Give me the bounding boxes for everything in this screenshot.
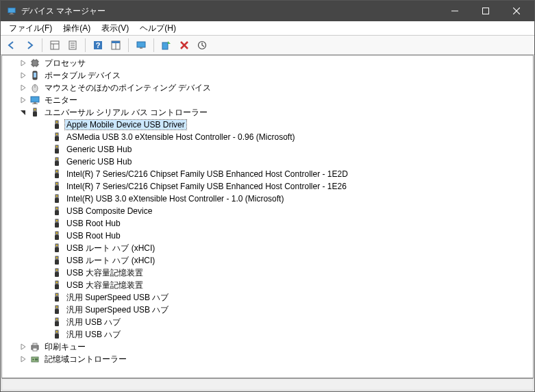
svg-rect-60	[57, 158, 58, 160]
close-button[interactable]	[501, 1, 532, 21]
svg-rect-103	[56, 294, 57, 295]
view-button[interactable]	[47, 37, 63, 53]
columns-button[interactable]	[108, 37, 124, 53]
help-button[interactable]: ?	[90, 37, 106, 53]
svg-rect-89	[55, 256, 58, 260]
remove-button[interactable]	[176, 37, 192, 53]
menu-action[interactable]: 操作(A)	[58, 21, 96, 36]
storage-icon	[29, 354, 40, 365]
svg-rect-49	[55, 133, 58, 136]
category-label: プロセッサ	[43, 58, 87, 69]
tree-device[interactable]: 汎用 USB ハブ	[2, 328, 533, 341]
svg-rect-56	[57, 146, 58, 147]
tree-device[interactable]: 汎用 USB ハブ	[2, 316, 533, 328]
menu-view[interactable]: 表示(V)	[96, 21, 134, 36]
svg-rect-66	[55, 186, 59, 191]
tree-device[interactable]: 汎用 SuperSpeed USB ハブ	[2, 291, 533, 304]
device-label: 汎用 USB ハブ	[65, 329, 122, 341]
maximize-button[interactable]	[470, 1, 501, 21]
tree-device[interactable]: Intel(R) 7 Series/C216 Chipset Family US…	[2, 168, 533, 180]
monitor-button[interactable]	[133, 37, 149, 53]
tree-category[interactable]: 記憶域コントローラー	[2, 353, 533, 365]
tree-device[interactable]: USB 大容量記憶装置	[2, 267, 533, 279]
scan-button[interactable]	[158, 37, 175, 53]
tree-category[interactable]: モニター	[2, 94, 533, 106]
device-tree-panel[interactable]: プロセッサポータブル デバイスマウスとそのほかのポインティング デバイスモニター…	[1, 55, 534, 378]
usb-icon	[51, 132, 62, 143]
svg-rect-82	[55, 235, 59, 240]
device-label: 汎用 USB ハブ	[65, 317, 122, 328]
tree-device[interactable]: USB Root Hub	[2, 217, 533, 230]
tree-device[interactable]: Intel(R) 7 Series/C216 Chipset Family US…	[2, 180, 533, 193]
svg-rect-7	[51, 41, 59, 49]
svg-rect-116	[57, 331, 58, 332]
expander-icon[interactable]	[18, 58, 28, 68]
expander-spacer	[40, 317, 50, 327]
tree-category[interactable]: マウスとそのほかのポインティング デバイス	[2, 82, 533, 94]
menu-file[interactable]: ファイル(F)	[3, 21, 58, 36]
expander-icon[interactable]	[18, 71, 28, 80]
expander-icon[interactable]	[18, 108, 28, 117]
tree-device[interactable]: USB ルート ハブ (xHCI)	[2, 254, 533, 267]
minimize-button[interactable]	[439, 1, 470, 21]
expander-spacer	[40, 243, 50, 253]
device-tree: プロセッサポータブル デバイスマウスとそのほかのポインティング デバイスモニター…	[2, 56, 533, 367]
tree-category[interactable]: ポータブル デバイス	[2, 69, 533, 82]
expander-icon[interactable]	[18, 95, 28, 105]
svg-rect-80	[57, 220, 58, 221]
tree-device[interactable]: ASMedia USB 3.0 eXtensible Host Controll…	[2, 131, 533, 143]
category-label: 記憶域コントローラー	[43, 354, 128, 365]
svg-rect-79	[56, 220, 57, 221]
svg-rect-57	[55, 158, 58, 161]
tree-device[interactable]: Generic USB Hub	[2, 156, 533, 168]
forward-button[interactable]	[21, 37, 38, 53]
tree-device[interactable]: USB Composite Device	[2, 205, 533, 217]
svg-rect-69	[55, 195, 58, 198]
svg-rect-2	[10, 14, 14, 14]
device-label: USB Root Hub	[65, 219, 122, 228]
tree-device[interactable]: Apple Mobile Device USB Driver	[2, 119, 533, 131]
svg-rect-38	[31, 97, 39, 102]
svg-rect-106	[55, 309, 59, 314]
tree-device[interactable]: 汎用 SuperSpeed USB ハブ	[2, 304, 533, 316]
tree-device[interactable]: USB ルート ハブ (xHCI)	[2, 242, 533, 254]
svg-rect-96	[57, 269, 58, 271]
svg-rect-88	[57, 245, 58, 246]
expander-spacer	[40, 182, 50, 191]
toolbar-separator	[42, 38, 42, 52]
mouse-icon	[29, 82, 40, 93]
usb-icon	[51, 218, 62, 229]
svg-rect-73	[55, 207, 58, 210]
window-controls	[439, 1, 532, 21]
expander-icon[interactable]	[18, 83, 28, 93]
tree-category[interactable]: ユニバーサル シリアル バス コントローラー	[2, 106, 533, 119]
tree-device[interactable]: USB 大容量記憶装置	[2, 279, 533, 291]
svg-text:?: ?	[96, 41, 101, 49]
expander-spacer	[40, 293, 50, 302]
back-button[interactable]	[3, 37, 20, 53]
svg-rect-21	[162, 42, 168, 49]
expander-icon[interactable]	[18, 342, 28, 352]
svg-rect-43	[34, 109, 35, 110]
tree-category[interactable]: プロセッサ	[2, 57, 533, 69]
svg-rect-95	[56, 269, 57, 271]
svg-rect-59	[56, 158, 57, 160]
svg-rect-47	[56, 121, 57, 123]
tree-device[interactable]: USB Root Hub	[2, 230, 533, 242]
svg-rect-42	[33, 112, 37, 117]
update-button[interactable]	[194, 37, 210, 53]
device-label: Intel(R) USB 3.0 eXtensible Host Control…	[65, 194, 285, 204]
expander-spacer	[40, 120, 50, 130]
svg-rect-62	[55, 173, 59, 178]
svg-rect-67	[56, 183, 57, 184]
properties-button[interactable]	[64, 37, 81, 53]
tree-category[interactable]: 印刷キュー	[2, 341, 533, 353]
app-icon	[6, 5, 17, 16]
usb-icon	[51, 304, 62, 315]
tree-device[interactable]: Intel(R) USB 3.0 eXtensible Host Control…	[2, 193, 533, 205]
svg-rect-58	[55, 161, 59, 166]
menu-help[interactable]: ヘルプ(H)	[134, 21, 182, 36]
window-title: デバイス マネージャー	[21, 5, 439, 17]
tree-device[interactable]: Generic USB Hub	[2, 143, 533, 156]
expander-icon[interactable]	[18, 354, 28, 364]
